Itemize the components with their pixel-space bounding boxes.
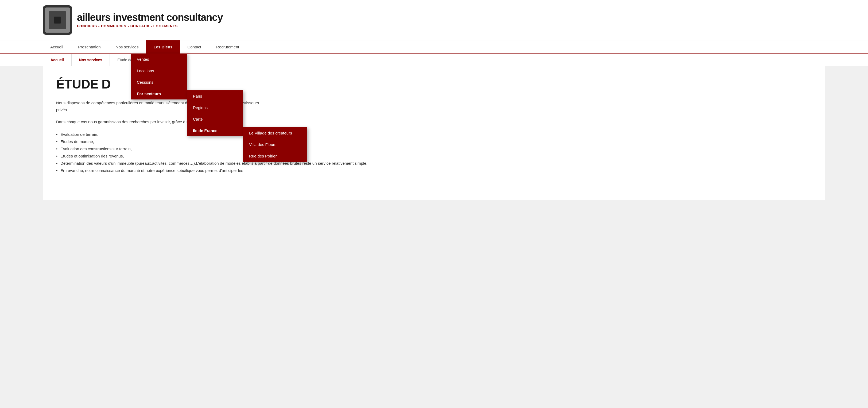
breadcrumb-bar: Accueil Nos services Étude de <box>0 54 868 66</box>
nav-link-presentation[interactable]: Presentation <box>70 40 108 54</box>
nav-link-recrutement[interactable]: Recrutement <box>209 40 247 54</box>
nav-link-accueil[interactable]: Accueil <box>43 40 70 54</box>
nav-item-nos-services[interactable]: Nos services <box>108 40 146 54</box>
logo-text-block: ailleurs investment consultancy FONCIERS… <box>77 12 223 28</box>
dd2-regions[interactable]: Regions <box>187 102 243 113</box>
logo-container: ailleurs investment consultancy FONCIERS… <box>43 5 223 35</box>
dd3-villa-fleurs[interactable]: Villa des Fleurs <box>243 139 307 150</box>
nav-item-contact[interactable]: Contact <box>180 40 209 54</box>
list-item-3: Etudes et optimisation des revenus, <box>56 152 812 159</box>
list-item-0: Evaluation de terrain, <box>56 131 812 138</box>
nav-link-contact[interactable]: Contact <box>180 40 209 54</box>
dd3-rue-poirier[interactable]: Rue des Poirier <box>243 150 307 162</box>
breadcrumb-nos-services[interactable]: Nos services <box>72 54 110 66</box>
nav-item-recrutement[interactable]: Recrutement <box>209 40 247 54</box>
dd2-ile-de-france[interactable]: Ile de France <box>187 125 243 136</box>
dd1-ventes[interactable]: Ventes <box>131 54 187 65</box>
nav-link-nos-services[interactable]: Nos services <box>108 40 146 54</box>
dropdown-les-biens: Ventes Locations Cessions Par secteurs <box>131 54 187 99</box>
services-list: Evaluation de terrain, Etudes de marché,… <box>56 131 812 174</box>
breadcrumb-accueil[interactable]: Accueil <box>43 54 72 66</box>
company-tagline: FONCIERS • COMMERCES • BUREAUX • LOGEMEN… <box>77 24 223 28</box>
nav-item-presentation[interactable]: Presentation <box>70 40 108 54</box>
nav-item-accueil[interactable]: Accueil <box>43 40 70 54</box>
dd3-village-createurs[interactable]: Le Village des créateurs <box>243 127 307 139</box>
nav-link-les-biens[interactable]: Les Biens <box>146 40 180 54</box>
list-item-2: Evaluation des constructions sur terrain… <box>56 145 812 152</box>
dd2-carte[interactable]: Carte <box>187 113 243 125</box>
logo-image <box>43 5 72 35</box>
main-nav: Accueil Presentation Nos services Les Bi… <box>0 40 868 54</box>
list-item-5: En revanche, notre connaissance du march… <box>56 167 812 174</box>
dropdown-par-secteurs: Paris Regions Carte Ile de France <box>187 90 243 136</box>
dd1-cessions[interactable]: Cessions <box>131 77 187 88</box>
logo-inner-square <box>54 17 61 24</box>
dd2-paris[interactable]: Paris <box>187 90 243 102</box>
dd1-locations[interactable]: Locations <box>131 65 187 77</box>
company-name: ailleurs investment consultancy <box>77 12 223 23</box>
dropdown-ile-de-france: Le Village des créateurs Villa des Fleur… <box>243 127 307 162</box>
list-item-4: Détermination des valeurs d'un immeuble … <box>56 159 812 167</box>
dd1-par-secteurs[interactable]: Par secteurs <box>131 88 187 99</box>
nav-list: Accueil Presentation Nos services Les Bi… <box>0 40 868 54</box>
site-header: ailleurs investment consultancy FONCIERS… <box>0 0 868 40</box>
nav-item-les-biens[interactable]: Les Biens <box>146 40 180 54</box>
list-item-1: Etudes de marché, <box>56 138 812 145</box>
